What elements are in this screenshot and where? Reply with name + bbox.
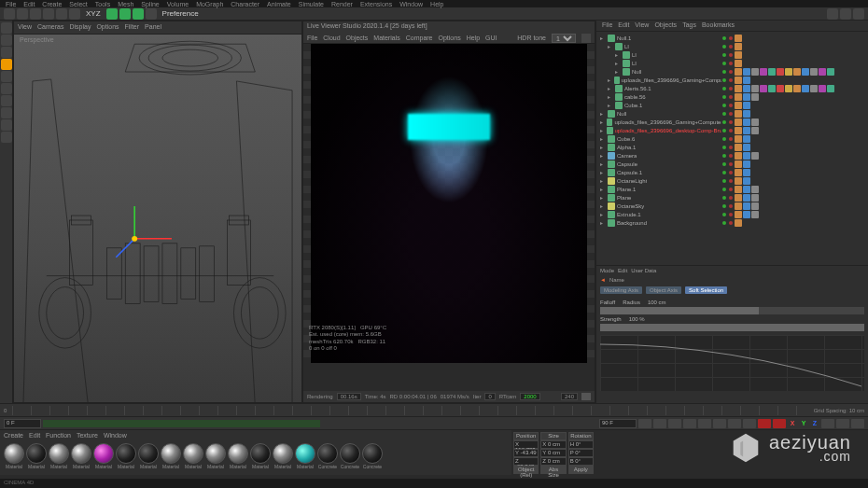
outliner-item[interactable]: ▸Alerts.56.1 — [600, 84, 721, 92]
axis-x-icon[interactable] — [106, 8, 118, 20]
tab-object-axis[interactable]: Object Axis — [646, 286, 681, 294]
object-manager[interactable]: FileEditView ObjectsTagsBookmarks ▸Null.… — [595, 21, 868, 403]
tab-soft-selection[interactable]: Soft Selection — [685, 286, 727, 294]
outliner-item[interactable]: ▸uploads_files_2396696_desktop-Comp-Bru+… — [600, 126, 721, 134]
material-manager[interactable]: CreateEdit FunctionTextureWindow Materia… — [0, 430, 511, 475]
live-viewer[interactable]: Live Viewer Studio 2020.1.4 [25 days lef… — [302, 21, 595, 403]
tag-row[interactable] — [721, 59, 864, 67]
tag-row[interactable] — [721, 193, 864, 202]
key-rot-icon[interactable] — [851, 419, 864, 428]
tag-row[interactable] — [721, 76, 864, 84]
falloff-graph[interactable] — [600, 335, 864, 391]
outliner-item[interactable]: ▸Background — [600, 218, 721, 227]
workplane-icon[interactable] — [1, 47, 12, 58]
tag-row[interactable] — [721, 42, 864, 50]
render-output[interactable]: RTX 2080(S)[1.11] GPU 69°C Est. used (co… — [303, 44, 595, 363]
material-swatch[interactable]: Material — [138, 443, 159, 469]
prev-key-icon[interactable] — [653, 419, 666, 428]
pos-z-field[interactable]: Z -68.848 cm — [513, 457, 539, 466]
tag-row[interactable] — [721, 210, 864, 218]
outliner-item[interactable]: ▸uploads_files_2396696_Gaming+Computer+F… — [600, 118, 721, 126]
material-swatch[interactable]: Material — [71, 443, 91, 469]
edge-mode-icon[interactable] — [1, 71, 12, 82]
texture-mode-icon[interactable] — [1, 35, 12, 46]
tag-row[interactable] — [721, 84, 864, 92]
perspective-viewport[interactable]: ViewCameras DisplayOptions FilterPanel — [13, 21, 302, 403]
hdr-select[interactable]: 1 — [552, 34, 576, 43]
lock-render-icon[interactable] — [581, 34, 591, 43]
render-settings-icon[interactable] — [853, 8, 864, 20]
key-pos-icon[interactable] — [821, 419, 834, 428]
tag-row[interactable] — [721, 218, 864, 227]
lock-icon[interactable] — [1, 132, 12, 143]
material-swatch[interactable]: Material — [273, 443, 293, 469]
goto-start-icon[interactable] — [638, 419, 651, 428]
material-swatch[interactable]: Material — [116, 443, 136, 469]
outliner-item[interactable]: ▸Null.1 — [600, 34, 721, 42]
point-mode-icon[interactable] — [1, 59, 12, 70]
redo-icon[interactable] — [17, 8, 28, 20]
poly-mode-icon[interactable] — [1, 83, 12, 94]
key-scale-icon[interactable] — [836, 419, 849, 428]
material-swatch[interactable]: Material — [183, 443, 203, 469]
attribute-manager[interactable]: ModeEditUser Data ◄Name Modeling Axis Ob… — [596, 265, 868, 403]
apply-button[interactable]: Apply — [568, 466, 594, 474]
tag-row[interactable] — [721, 143, 864, 151]
tag-row[interactable] — [721, 34, 864, 42]
tag-row[interactable] — [721, 134, 864, 143]
outliner-item[interactable]: ▸OctaneSky — [600, 202, 721, 210]
transport-bar[interactable]: 0 F 90 F X Y Z — [0, 417, 868, 430]
next-key-icon[interactable] — [728, 419, 741, 428]
material-swatch[interactable]: Concrete — [317, 443, 338, 469]
spp-field[interactable]: 2000 — [520, 393, 539, 400]
axis-z-icon[interactable] — [133, 8, 144, 20]
axis-y-icon[interactable] — [119, 8, 131, 20]
scale-icon[interactable] — [56, 8, 67, 20]
material-swatch[interactable]: Material — [93, 443, 114, 469]
record-icon[interactable] — [758, 419, 771, 428]
outliner-item[interactable]: ▸Extrude.1 — [600, 210, 721, 218]
tag-row[interactable] — [721, 151, 864, 160]
viewport-solo-icon[interactable] — [1, 107, 12, 119]
mode-toolbar[interactable] — [0, 21, 13, 403]
coord-mode-button[interactable]: Object (Rel) — [513, 466, 539, 474]
next-frame-icon[interactable] — [713, 419, 726, 428]
material-swatch[interactable]: Material — [205, 443, 226, 469]
material-swatch[interactable]: Material — [161, 443, 181, 469]
material-swatch[interactable]: Concrete — [340, 443, 360, 469]
tag-row[interactable] — [721, 92, 864, 101]
outliner-item[interactable]: ▸Plane.1 — [600, 185, 721, 193]
outliner-item[interactable]: ▸LI — [600, 59, 721, 67]
material-swatch[interactable]: Material — [250, 443, 271, 469]
render-region-icon[interactable] — [840, 8, 851, 20]
play-icon[interactable] — [698, 419, 711, 428]
render-icon[interactable] — [827, 8, 838, 20]
outliner-item[interactable]: ▸LI — [600, 42, 721, 50]
outliner-item[interactable]: ▸Capsule — [600, 160, 721, 168]
prev-frame-icon[interactable] — [668, 419, 681, 428]
main-menu[interactable]: FileEditCreate SelectToolsMesh SplineVol… — [0, 0, 868, 7]
material-swatch[interactable]: Concrete — [362, 443, 383, 469]
play-back-icon[interactable] — [683, 419, 696, 428]
outliner-item[interactable]: ▸OctaneLight — [600, 176, 721, 185]
timeline-ruler[interactable]: 0 Grid Spacing: 10 cm — [0, 404, 868, 417]
tag-row[interactable] — [721, 50, 864, 59]
outliner-item[interactable]: ▸uploads_files_2396696_Gaming+Computer+F… — [600, 76, 721, 84]
select-icon[interactable] — [30, 8, 41, 20]
current-frame[interactable]: 0 F — [4, 419, 41, 428]
axis-mode-icon[interactable] — [1, 95, 12, 106]
material-swatch[interactable]: Material — [228, 443, 248, 469]
wireframe-canvas[interactable] — [14, 35, 301, 402]
outliner-item[interactable]: ▸Plane — [600, 193, 721, 202]
model-mode-icon[interactable] — [1, 22, 12, 34]
tag-row[interactable] — [721, 118, 864, 126]
expand-icon[interactable] — [581, 393, 591, 400]
material-swatch[interactable]: Material — [4, 443, 24, 469]
undo-icon[interactable] — [4, 8, 15, 20]
coord-icon[interactable] — [146, 8, 157, 20]
key-y-icon[interactable]: Y — [799, 420, 808, 426]
move-icon[interactable] — [43, 8, 54, 20]
autokey-icon[interactable] — [773, 419, 786, 428]
viewport-menu[interactable]: ViewCameras DisplayOptions FilterPanel — [14, 21, 301, 35]
tag-row[interactable] — [721, 109, 864, 118]
